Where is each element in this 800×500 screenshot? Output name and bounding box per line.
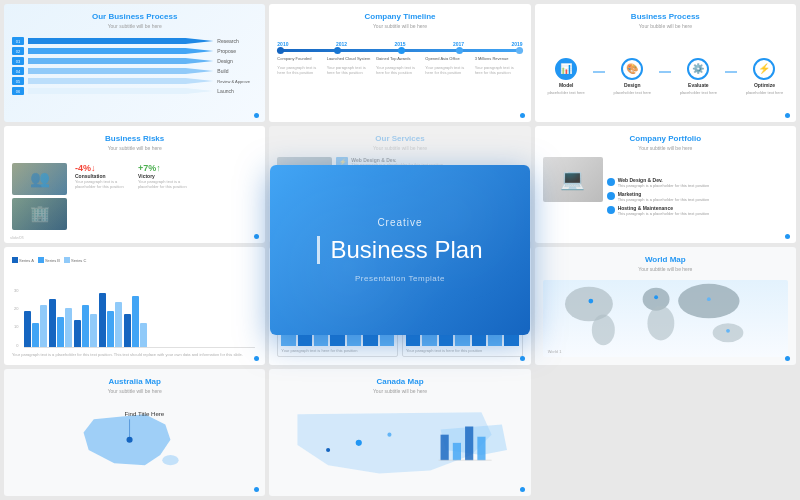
slide6-subtitle: Your subtitle will be here <box>543 145 788 151</box>
svg-point-9 <box>726 329 730 333</box>
svg-rect-17 <box>478 437 486 461</box>
svg-point-7 <box>654 296 658 300</box>
svg-rect-15 <box>453 443 461 460</box>
model-icon: 📊 <box>555 58 577 80</box>
slide9-subtitle: Your subtitle will be here <box>543 266 788 272</box>
australia-visual: Find Title Here <box>12 402 257 488</box>
chart-bars-container: 30 20 10 0 <box>12 266 257 347</box>
optimize-icon: ⚡ <box>753 58 775 80</box>
slide1-dot <box>254 113 259 118</box>
slide9-dot <box>785 356 790 361</box>
circles-row: 📊 Model placeholder text here 🎨 Design p… <box>543 39 788 114</box>
slide11-title: Canada Map <box>277 377 522 386</box>
svg-point-10 <box>162 455 178 465</box>
slide-australia-map[interactable]: Australia Map Your subtitle will be here… <box>4 369 265 496</box>
slide-charts[interactable]: Series A Series B Series C 30 20 10 0 <box>4 247 265 365</box>
svg-point-19 <box>356 440 362 446</box>
slide-business-plan-featured[interactable]: Creative Business Plan Presentation Temp… <box>270 165 530 335</box>
slide-business-process-circles[interactable]: Business Process Your bubble will be her… <box>535 4 796 122</box>
svg-point-6 <box>588 299 593 304</box>
slide11-dot <box>520 487 525 492</box>
portfolio-item-1: Web Design & Dev. This paragraph is a pl… <box>607 177 788 188</box>
slide-business-process[interactable]: Our Business Process Your subtitle will … <box>4 4 265 122</box>
risks-content: 👥 🏢 -4%↓ Consultation Your paragraph tex… <box>12 159 257 236</box>
slide2-subtitle: Your subtitle will be here <box>277 23 522 29</box>
svg-point-20 <box>388 433 392 437</box>
canada-visual <box>277 402 522 488</box>
center-pres-label: Presentation Template <box>290 274 510 283</box>
slide4-tag: slide/05 <box>10 235 24 240</box>
slide3-dot <box>785 113 790 118</box>
slide9-title: World Map <box>543 255 788 264</box>
slide4-title: Business Risks <box>12 134 257 143</box>
portfolio-content: Web Design & Dev. This paragraph is a pl… <box>543 157 788 236</box>
center-main-title: Business Plan <box>330 236 482 265</box>
timeline-container: 2010 2012 2015 2017 2019 Company Founded… <box>277 41 522 76</box>
slide10-title: Australia Map <box>12 377 257 386</box>
slide2-title: Company Timeline <box>277 12 522 21</box>
step-5: 05 Review & Approve <box>12 77 257 85</box>
chart-group-1 <box>24 305 47 347</box>
slide1-subtitle: Your subtitle will be here <box>12 23 257 29</box>
slide-business-risks[interactable]: Business Risks Your subtitle will be her… <box>4 126 265 244</box>
risk-stat-neg: -4%↓ <box>75 163 130 173</box>
slide5-title: Our Services <box>277 134 522 143</box>
chart-group-4 <box>99 293 122 347</box>
slide10-dot <box>254 487 259 492</box>
svg-point-8 <box>707 298 711 302</box>
step-2: 02 Propose <box>12 47 257 55</box>
circle-evaluate: ⚙️ Evaluate placeholder text here <box>678 58 718 95</box>
design-icon: 🎨 <box>621 58 643 80</box>
slide4-dot <box>254 234 259 239</box>
evaluate-icon: ⚙️ <box>687 58 709 80</box>
portfolio-list: Web Design & Dev. This paragraph is a pl… <box>607 157 788 236</box>
slide2-dot <box>520 113 525 118</box>
svg-rect-14 <box>441 435 449 461</box>
timeline-bar <box>277 49 522 52</box>
steps-list: 01 Research 02 Propose 03 Design 04 Buil… <box>12 37 257 95</box>
center-pre-title: Creative <box>290 217 510 228</box>
step-1: 01 Research <box>12 37 257 45</box>
chart-legend: Series A Series B Series C <box>12 257 257 263</box>
slide11-subtitle: Your subtitle will be here <box>277 388 522 394</box>
slide10-subtitle: Your subtitle will be here <box>12 388 257 394</box>
circle-design: 🎨 Design placeholder text here <box>612 58 652 95</box>
risks-image-2: 🏢 <box>12 198 67 230</box>
svg-rect-16 <box>465 427 473 461</box>
slide6-dot <box>785 234 790 239</box>
slide3-title: Business Process <box>543 12 788 21</box>
slide3-subtitle: Your bubble will be here <box>543 23 788 29</box>
portfolio-item-3: Hosting & Maintenance This paragraph is … <box>607 205 788 216</box>
portfolio-item-2: Marketing This paragraph is a placeholde… <box>607 191 788 202</box>
step-3: 03 Design <box>12 57 257 65</box>
svg-point-4 <box>678 284 739 319</box>
step-4: 04 Build <box>12 67 257 75</box>
svg-point-21 <box>326 448 330 452</box>
risk-stat-pos: +7%↑ <box>138 163 193 173</box>
slide7-dot <box>254 356 259 361</box>
portfolio-laptop-image <box>543 157 603 202</box>
chart-group-5 <box>124 296 147 347</box>
circle-model: 📊 Model placeholder text here <box>546 58 586 95</box>
slide-company-portfolio[interactable]: Company Portfolio Your subtitle will be … <box>535 126 796 244</box>
circle-optimize: ⚡ Optimize placeholder text here <box>744 58 784 95</box>
chart-group-2 <box>49 299 72 347</box>
svg-text:Find Title Here: Find Title Here <box>124 410 164 417</box>
slide4-subtitle: Your subtitle will be here <box>12 145 257 151</box>
svg-point-1 <box>591 315 614 346</box>
slide-canada-map[interactable]: Canada Map Your subtitle will be here <box>269 369 530 496</box>
chart7-caption: Your paragraph text is a placeholder for… <box>12 352 257 358</box>
slide-company-timeline[interactable]: Company Timeline Your subtitle will be h… <box>269 4 530 122</box>
slide6-title: Company Portfolio <box>543 134 788 143</box>
svg-point-3 <box>647 306 674 341</box>
slide1-title: Our Business Process <box>12 12 257 21</box>
world-map-visual: World 1 <box>543 280 788 357</box>
main-grid: Our Business Process Your subtitle will … <box>0 0 800 500</box>
chart-group-3 <box>74 305 97 347</box>
slide5-subtitle: Your subtitle will be here <box>277 145 522 151</box>
risks-image-1: 👥 <box>12 163 67 195</box>
step-6: 06 Launch <box>12 87 257 95</box>
slide-world-map[interactable]: World Map Your subtitle will be here <box>535 247 796 365</box>
slide8-dot <box>520 356 525 361</box>
